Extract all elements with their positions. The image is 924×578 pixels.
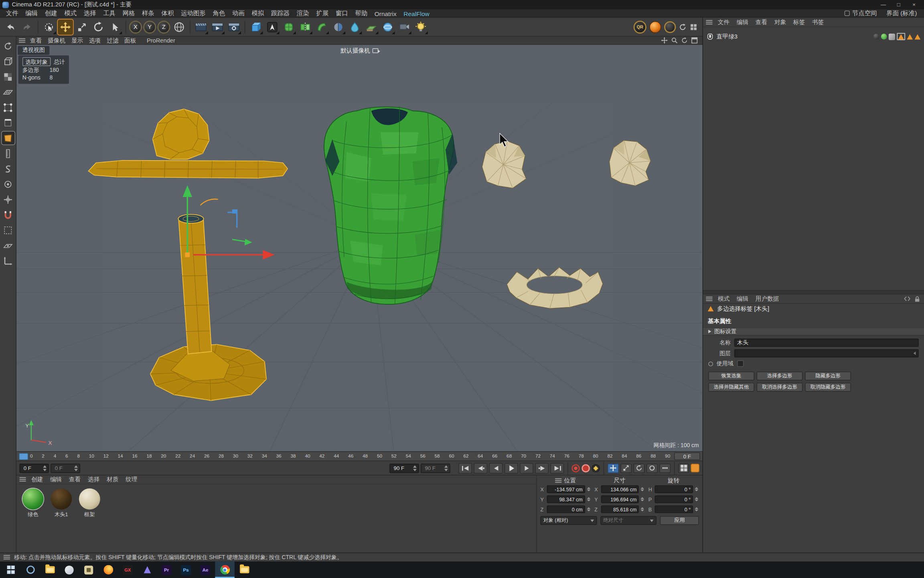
taskbar-item-file-explorer[interactable]: [40, 562, 59, 578]
axis-modification-icon[interactable]: [2, 254, 14, 267]
taskbar-item-media-player[interactable]: [137, 562, 156, 578]
vp-menu-view[interactable]: 查看: [27, 36, 45, 45]
zoom-view-icon[interactable]: [671, 37, 678, 44]
rotation-h-stepper[interactable]: [694, 487, 699, 491]
z-axis-lock[interactable]: Z: [157, 20, 170, 33]
range-end-input[interactable]: 90 F: [389, 463, 419, 473]
redo-icon[interactable]: [19, 19, 34, 35]
current-frame-box[interactable]: 0 F: [674, 452, 700, 460]
record-parameter-toggle[interactable]: [646, 463, 658, 473]
rotation-h-field[interactable]: 0 °: [655, 485, 693, 493]
undo-icon[interactable]: [3, 19, 18, 35]
workplane-lock-icon[interactable]: [2, 239, 14, 252]
menu-volume[interactable]: 体积: [158, 9, 177, 18]
record-position-toggle[interactable]: [608, 463, 619, 473]
position-y-field[interactable]: 98.347 cm: [547, 495, 585, 503]
mesh-crown-fragment-right[interactable]: [609, 140, 650, 186]
quantize-icon[interactable]: [2, 224, 14, 236]
fields-icon[interactable]: [330, 19, 346, 35]
volume-icon[interactable]: [347, 19, 362, 35]
current-frame-ghost-input[interactable]: 0 F: [51, 463, 80, 473]
goto-start-button[interactable]: [458, 463, 472, 473]
size-y-stepper[interactable]: [640, 497, 645, 501]
sky-icon[interactable]: [380, 19, 395, 35]
object-row[interactable]: 直甲绿3: [707, 32, 920, 41]
record-pla-toggle[interactable]: [659, 463, 671, 473]
live-selection-tool[interactable]: [41, 19, 57, 35]
menu-create[interactable]: 创建: [41, 9, 61, 18]
size-y-field[interactable]: 196.694 cm: [601, 495, 639, 503]
c4d-sphere-icon[interactable]: [664, 21, 676, 33]
play-button[interactable]: [505, 463, 518, 473]
rotation-b-field[interactable]: 0 °: [655, 505, 693, 513]
start-button[interactable]: [1, 562, 20, 578]
mat-menu-material[interactable]: 材质: [103, 475, 122, 484]
pan-view-icon[interactable]: [661, 37, 668, 44]
menu-mesh[interactable]: 网格: [119, 9, 138, 18]
position-z-field[interactable]: 0 cm: [547, 505, 585, 513]
om-menu-edit[interactable]: 编辑: [733, 18, 752, 26]
menu-help[interactable]: 帮助: [351, 9, 371, 18]
object-manager-list[interactable]: 直甲绿3: [703, 27, 924, 290]
viewport-panel-icon[interactable]: [19, 38, 25, 43]
mat-menu-edit[interactable]: 编辑: [47, 475, 65, 484]
taskbar-item-store[interactable]: [79, 562, 98, 578]
rotation-p-stepper[interactable]: [694, 497, 699, 501]
size-z-field[interactable]: 85.618 cm: [601, 505, 639, 513]
taskbar-item-premiere[interactable]: Pr: [157, 562, 176, 578]
edge-mode-icon[interactable]: [2, 116, 14, 129]
snap-grid-icon[interactable]: [2, 193, 14, 206]
last-tool[interactable]: [107, 19, 122, 35]
menu-file[interactable]: 文件: [2, 9, 22, 18]
menu-select[interactable]: 选择: [80, 9, 99, 18]
mesh-wood-hammer[interactable]: [88, 109, 288, 178]
points-mode-icon[interactable]: [2, 101, 14, 114]
ruler-icon[interactable]: [2, 147, 14, 160]
menu-spline[interactable]: 样条: [138, 9, 158, 18]
light-icon[interactable]: [413, 19, 428, 35]
vp-menu-prorender[interactable]: ProRender: [144, 37, 178, 44]
layout-grid-icon[interactable]: [689, 24, 697, 30]
coordinate-system-icon[interactable]: [172, 19, 187, 35]
restore-selection-button[interactable]: 恢复选集: [708, 372, 754, 381]
camera-label-group[interactable]: 默认摄像机: [340, 47, 378, 55]
keyframe-selection-button[interactable]: [592, 464, 600, 472]
material-ball-frame[interactable]: [79, 488, 100, 510]
layout-select[interactable]: 界面 (标准): [886, 9, 917, 18]
coords-panel-icon[interactable]: [555, 478, 562, 483]
om-menu-view[interactable]: 查看: [752, 18, 771, 26]
apply-button[interactable]: 应用: [660, 516, 699, 525]
material-swatch-wood[interactable]: 木头1: [51, 488, 72, 519]
material-ball-green[interactable]: [22, 488, 44, 510]
taskbar-item-firefox[interactable]: [98, 562, 118, 578]
size-z-stepper[interactable]: [640, 507, 645, 511]
icon-settings-group[interactable]: 图标设置: [703, 328, 924, 336]
menu-mograph[interactable]: 运动图形: [177, 9, 209, 18]
mat-menu-texture[interactable]: 纹理: [122, 475, 141, 484]
deselect-polygons-button[interactable]: 取消选择多边形: [757, 383, 803, 392]
solo-button[interactable]: [691, 464, 699, 472]
taskbar-item-after-effects[interactable]: Ae: [196, 562, 215, 578]
panel-splitter[interactable]: [703, 290, 924, 294]
close-button[interactable]: ×: [906, 2, 922, 8]
record-keyframe-button[interactable]: [571, 464, 580, 472]
position-z-stepper[interactable]: [586, 507, 591, 511]
rotation-p-field[interactable]: 0 °: [655, 495, 693, 503]
menu-realflow[interactable]: RealFlow: [400, 10, 433, 17]
rotate-view-icon[interactable]: [681, 37, 688, 44]
om-menu-objects[interactable]: 对象: [771, 18, 790, 26]
snap-point-icon[interactable]: [2, 177, 14, 190]
size-x-stepper[interactable]: [640, 487, 645, 491]
stats-mode-chip[interactable]: 选取对象: [22, 57, 51, 66]
select-polygons-button[interactable]: 选择多边形: [757, 372, 803, 381]
current-frame-input[interactable]: 0 F: [19, 463, 49, 473]
model-mode-icon[interactable]: [2, 55, 14, 68]
rotate-tool[interactable]: [91, 19, 106, 35]
lock-icon[interactable]: [914, 295, 921, 302]
mesh-armor-green[interactable]: [324, 106, 457, 304]
menu-edit[interactable]: 编辑: [22, 9, 41, 18]
unhide-polygons-button[interactable]: 取消隐藏多边形: [805, 383, 851, 392]
next-frame-button[interactable]: [520, 463, 533, 473]
transform-mode-select[interactable]: 对象 (相对): [540, 516, 596, 525]
vp-menu-panel[interactable]: 面板: [122, 36, 139, 45]
